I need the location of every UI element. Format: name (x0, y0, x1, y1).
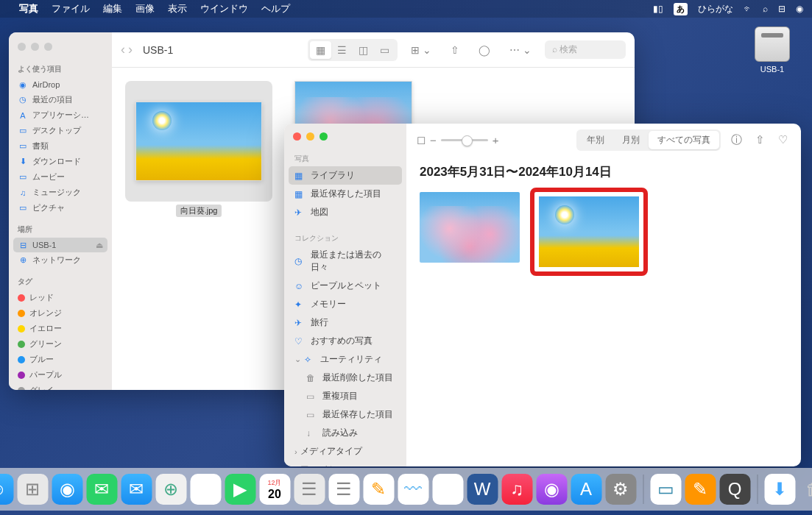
sidebar-item-movies[interactable]: ▭ムービー (9, 169, 112, 185)
photos-item-utility[interactable]: ✧ユーティリティ (284, 350, 406, 369)
view-icons-button[interactable]: ▦ (310, 41, 331, 59)
dock-messages[interactable]: ✉ (86, 474, 117, 505)
dock-word[interactable]: W (467, 474, 498, 505)
ime-mode[interactable]: ひらがな (698, 3, 733, 15)
photos-item-map[interactable]: ✈地図 (284, 203, 406, 221)
sidebar-item-usb1[interactable]: ⊟USB-1⏏ (13, 238, 107, 252)
sidebar-tag-blue[interactable]: ブルー (9, 352, 112, 367)
photos-item-people[interactable]: ☺ピープルとペット (284, 277, 406, 295)
spotlight-icon[interactable]: ⌕ (763, 4, 768, 14)
nav-back-button[interactable]: ‹ (121, 42, 125, 57)
share-button[interactable]: ⇧ (752, 133, 768, 146)
photos-item-featured[interactable]: ♡おすすめの写真 (284, 332, 406, 350)
share-button[interactable]: ⇧ (445, 41, 465, 59)
menu-help[interactable]: ヘルプ (261, 2, 290, 15)
info-button[interactable]: ⓘ (728, 133, 745, 147)
menu-app[interactable]: 写真 (19, 2, 38, 15)
dock-contacts[interactable]: ☰ (294, 474, 325, 505)
siri-icon[interactable]: ◉ (796, 4, 803, 14)
dock-maps[interactable]: ⊕ (155, 474, 186, 505)
dock-launchpad[interactable]: ⊞ (17, 474, 48, 505)
dock-downloads[interactable]: ⬇ (764, 474, 795, 505)
menu-image[interactable]: 画像 (135, 2, 155, 15)
photos-item-albums[interactable]: アルバム (284, 461, 406, 466)
photos-item-mediatypes[interactable]: メディアタイプ (284, 442, 406, 461)
sidebar-tag-purple[interactable]: パープル (9, 367, 112, 383)
view-list-button[interactable]: ☰ (331, 41, 353, 59)
photos-item-duplicates[interactable]: ▭重複項目 (284, 387, 406, 405)
sidebar-item-downloads[interactable]: ⬇ダウンロード (9, 154, 112, 169)
dock-finder[interactable]: ☺ (0, 474, 13, 505)
dock-podcasts[interactable]: ◉ (536, 474, 567, 505)
photos-item-trash[interactable]: 🗑最近削除した項目 (284, 369, 406, 387)
dock-photos[interactable]: ✿ (190, 474, 221, 505)
eject-icon[interactable]: ⏏ (96, 241, 103, 250)
sidebar-item-airdrop[interactable]: ◉AirDrop (9, 77, 112, 92)
desktop-usb-drive[interactable]: USB-1 (750, 26, 794, 74)
segment-months[interactable]: 月別 (613, 131, 649, 149)
wifi-icon[interactable]: ᯤ (744, 4, 752, 14)
sidebar-tag-orange[interactable]: オレンジ (9, 305, 112, 321)
finder-traffic-lights[interactable] (9, 38, 112, 61)
sidebar-tag-yellow[interactable]: イエロー (9, 321, 112, 336)
menu-window[interactable]: ウインドウ (200, 2, 248, 15)
more-button[interactable]: ⋯ ⌄ (504, 41, 537, 59)
segment-all[interactable]: すべての写真 (649, 131, 719, 149)
battery-icon[interactable]: ▮▯ (653, 4, 663, 14)
dock-appstore[interactable]: A (571, 474, 601, 505)
nav-forward-button[interactable]: › (128, 42, 133, 57)
control-center-icon[interactable]: ⊟ (778, 4, 785, 14)
tags-button[interactable]: ◯ (473, 41, 496, 59)
sidebar-item-recents[interactable]: ◷最近の項目 (9, 92, 112, 107)
dock-settings[interactable]: ⚙ (605, 474, 636, 505)
finder-title: USB-1 (143, 44, 173, 56)
sidebar-item-documents[interactable]: ▭書類 (9, 138, 112, 154)
sidebar-item-music[interactable]: ♫ミュージック (9, 185, 112, 200)
photo-sakura[interactable] (420, 192, 520, 263)
view-gallery-button[interactable]: ▭ (374, 41, 395, 59)
menu-view[interactable]: 表示 (168, 2, 187, 15)
sidebar-item-applications[interactable]: Aアプリケーシ… (9, 107, 112, 123)
dock-calendar[interactable]: 12月20 (259, 474, 290, 505)
dock-chrome[interactable]: ◉ (432, 474, 463, 505)
dock-preview[interactable]: ▭ (650, 474, 681, 505)
sidebar-tag-grey[interactable]: グレイ (9, 383, 112, 390)
photos-traffic-lights[interactable] (284, 124, 406, 149)
zoom-slider[interactable]: ◻−+ (417, 133, 499, 146)
view-columns-button[interactable]: ◫ (353, 41, 374, 59)
photos-item-memories[interactable]: ✦メモリー (284, 295, 406, 313)
dock-notes[interactable]: ✎ (363, 474, 394, 505)
dock-freeform[interactable]: 〰 (398, 474, 428, 505)
photos-item-trips[interactable]: ✈旅行 (284, 313, 406, 332)
photo-sunflower-highlighted[interactable] (534, 192, 643, 271)
dock-safari[interactable]: ◉ (52, 474, 82, 505)
thumbnail-sunflower (136, 102, 261, 180)
photos-item-import[interactable]: ↓読み込み (284, 424, 406, 442)
dock-pages[interactable]: ✎ (685, 474, 716, 505)
sidebar-tag-green[interactable]: グリーン (9, 336, 112, 352)
sidebar-item-pictures[interactable]: ▭ピクチャ (9, 200, 112, 216)
recent-icon: ▦ (294, 189, 305, 199)
duplicates-icon: ▭ (306, 391, 317, 402)
segment-years[interactable]: 年別 (578, 131, 613, 149)
dock-music[interactable]: ♫ (501, 474, 532, 505)
group-by-button[interactable]: ⊞ ⌄ (405, 41, 437, 59)
photos-item-recent-saved[interactable]: ▦最近保存した項目 (284, 185, 406, 203)
photos-item-library[interactable]: ▦ライブラリ (289, 166, 402, 185)
file-sunflower[interactable]: 向日葵.jpg (125, 81, 272, 217)
menu-file[interactable]: ファイル (52, 2, 90, 15)
menu-edit[interactable]: 編集 (103, 2, 122, 15)
dock-mail[interactable]: ✉ (121, 474, 152, 505)
photos-item-recent-saved-2[interactable]: ▭最近保存した項目 (284, 405, 406, 424)
sidebar-item-desktop[interactable]: ▭デスクトップ (9, 123, 112, 138)
favorite-button[interactable]: ♡ (775, 133, 791, 146)
sidebar-tag-red[interactable]: レッド (9, 290, 112, 305)
photos-item-days[interactable]: ◷最近または過去の日々 (284, 246, 406, 277)
sidebar-item-network[interactable]: ⊕ネットワーク (9, 252, 112, 268)
ime-indicator[interactable]: あ (674, 3, 688, 15)
search-input[interactable]: ⌕ 検索 (545, 40, 626, 59)
dock-quicktime[interactable]: Q (719, 474, 750, 505)
dock-facetime[interactable]: ▶ (225, 474, 255, 505)
dock-trash[interactable]: 🗑 (799, 474, 812, 505)
dock-reminders[interactable]: ☰ (328, 474, 359, 505)
